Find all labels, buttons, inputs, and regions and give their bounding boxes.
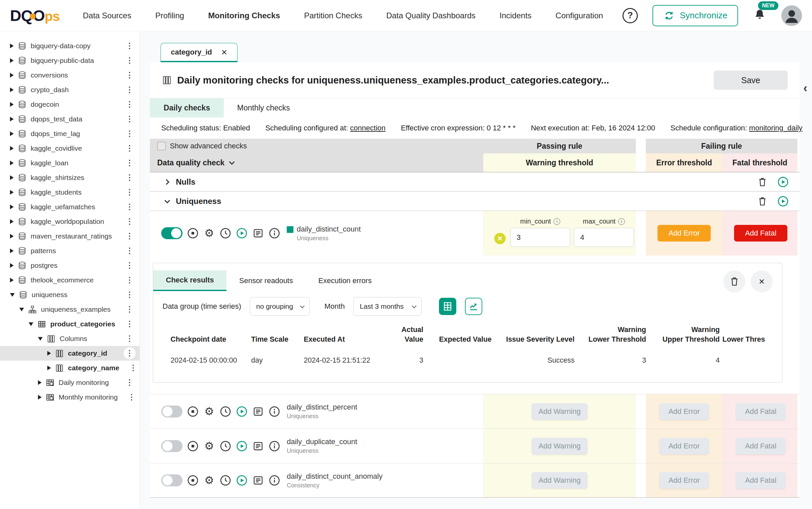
save-button[interactable]: Save — [714, 71, 788, 90]
add-error-button[interactable]: Add Error — [659, 438, 709, 454]
run-check-icon[interactable] — [236, 406, 248, 417]
add-fatal-button[interactable]: Add Fatal — [736, 438, 786, 454]
add-fatal-button[interactable]: Add Fatal — [736, 472, 786, 489]
caret-right-icon[interactable] — [47, 366, 51, 370]
chart-view-button[interactable] — [465, 298, 482, 315]
kebab-menu-icon[interactable] — [124, 69, 135, 81]
max-count-input[interactable] — [574, 228, 634, 247]
schedule-clock-icon[interactable] — [219, 474, 231, 486]
kebab-menu-icon[interactable] — [126, 391, 137, 403]
caret-right-icon[interactable] — [10, 73, 14, 77]
sidebar-item-kaggle-shirtsizes[interactable]: kaggle_shirtsizes — [0, 170, 139, 185]
kebab-menu-icon[interactable] — [124, 245, 135, 257]
kebab-menu-icon[interactable] — [124, 377, 135, 388]
caret-right-icon[interactable] — [10, 88, 14, 92]
caret-right-icon[interactable] — [10, 161, 14, 165]
check-name[interactable]: daily_distinct_count_anomaly — [287, 472, 382, 481]
add-fatal-button[interactable]: Add Fatal — [734, 225, 787, 241]
add-warning-button[interactable]: Add Warning — [532, 403, 588, 420]
add-error-button[interactable]: Add Error — [659, 403, 709, 420]
close-results-button[interactable]: × — [751, 270, 773, 293]
user-avatar[interactable] — [781, 5, 802, 26]
caret-right-icon[interactable] — [47, 351, 51, 355]
sidebar-item-daily-monitoring[interactable]: Daily monitoring — [0, 375, 139, 390]
check-enabled-toggle[interactable] — [161, 440, 183, 452]
sidebar-item-kaggle-worldpopulation[interactable]: kaggle_worldpopulation — [0, 214, 139, 229]
chevron-right-icon[interactable] — [164, 179, 169, 184]
sidebar-item-kaggle-uefamatches[interactable]: kaggle_uefamatches — [0, 200, 139, 214]
connection-link[interactable]: connection — [350, 124, 385, 132]
caret-right-icon[interactable] — [10, 102, 14, 107]
run-check-icon[interactable] — [236, 227, 248, 239]
caret-right-icon[interactable] — [10, 58, 14, 63]
nav-incidents[interactable]: Incidents — [500, 11, 532, 20]
caret-right-icon[interactable] — [10, 190, 14, 195]
sidebar-item-kaggle-covidlive[interactable]: kaggle_covidlive — [0, 141, 139, 156]
kebab-menu-icon[interactable] — [124, 230, 135, 242]
sidebar-item-columns[interactable]: Columns — [0, 331, 139, 346]
info-icon[interactable] — [269, 440, 280, 452]
delete-group-button[interactable] — [756, 175, 769, 189]
sidebar-item-dqops-test-data[interactable]: dqops_test_data — [0, 112, 139, 127]
caret-right-icon[interactable] — [10, 248, 14, 253]
help-icon[interactable]: ? — [623, 8, 638, 23]
sidebar-item-maven-restaurant-ratings[interactable]: maven_restaurant_ratings — [0, 229, 139, 243]
info-icon[interactable] — [269, 406, 280, 417]
sidebar-item-kaggle-loan[interactable]: kaggle_loan — [0, 156, 139, 170]
run-check-icon[interactable] — [236, 474, 248, 486]
show-advanced-checkbox[interactable] — [157, 142, 166, 150]
sidebar-item-category-name[interactable]: category_name — [0, 361, 139, 375]
data-group-select[interactable]: no grouping — [250, 297, 310, 316]
add-warning-button[interactable]: Add Warning — [532, 438, 588, 454]
settings-gear-icon[interactable]: ⚙ — [203, 474, 215, 486]
sidebar-item-category-id[interactable]: category_id — [0, 346, 139, 361]
sidebar-item-dqops-time-lag[interactable]: dqops_time_lag — [0, 127, 139, 141]
kebab-menu-icon[interactable] — [124, 201, 135, 213]
caret-right-icon[interactable] — [38, 395, 42, 400]
show-advanced-checks[interactable]: Show advanced checks — [157, 139, 247, 154]
caret-right-icon[interactable] — [38, 380, 42, 385]
add-fatal-button[interactable]: Add Fatal — [736, 403, 786, 420]
sidebar-item-crypto-dash[interactable]: crypto_dash — [0, 82, 139, 97]
kebab-menu-icon[interactable] — [124, 274, 135, 286]
kebab-menu-icon[interactable] — [124, 318, 135, 330]
disable-check-icon[interactable] — [187, 227, 199, 239]
caret-right-icon[interactable] — [10, 263, 14, 268]
kebab-menu-icon[interactable] — [124, 347, 135, 359]
kebab-menu-icon[interactable] — [124, 113, 135, 125]
kebab-menu-icon[interactable] — [124, 128, 135, 140]
kebab-menu-icon[interactable] — [124, 172, 135, 184]
kebab-menu-icon[interactable] — [124, 40, 135, 52]
disable-check-icon[interactable] — [187, 440, 199, 452]
kebab-menu-icon[interactable] — [124, 55, 135, 67]
group-row-nulls[interactable]: Nulls — [150, 172, 800, 191]
nav-profiling[interactable]: Profiling — [155, 11, 184, 20]
nav-data-quality-dashboards[interactable]: Data Quality Dashboards — [386, 11, 476, 20]
dqops-logo[interactable]: DQOps — [10, 6, 60, 25]
check-enabled-toggle[interactable] — [161, 474, 183, 486]
kebab-menu-icon[interactable] — [124, 84, 135, 96]
check-name[interactable]: daily_duplicate_count — [287, 438, 357, 446]
run-group-button[interactable] — [776, 175, 790, 189]
run-group-button[interactable] — [776, 195, 790, 208]
sidebar-item-uniqueness[interactable]: uniqueness — [0, 287, 139, 302]
caret-down-icon[interactable] — [10, 293, 14, 297]
sidebar-item-bigquery-public-data[interactable]: bigquery-public-data — [0, 53, 139, 68]
results-list-icon[interactable] — [252, 406, 264, 417]
results-list-icon[interactable] — [252, 474, 264, 486]
tab-check-results[interactable]: Check results — [153, 270, 226, 291]
collapse-panel-chevron[interactable]: ‹ — [803, 81, 807, 95]
group-row-uniqueness[interactable]: Uniqueness — [150, 191, 800, 211]
caret-right-icon[interactable] — [10, 43, 14, 48]
tab-sensor-readouts[interactable]: Sensor readouts — [226, 270, 305, 291]
check-enabled-toggle[interactable] — [161, 227, 183, 239]
kebab-menu-icon[interactable] — [124, 260, 135, 271]
delete-results-button[interactable] — [723, 270, 745, 293]
notifications-bell[interactable]: NEW — [753, 8, 767, 23]
check-enabled-toggle[interactable] — [161, 406, 183, 417]
month-select[interactable]: Last 3 months — [353, 297, 421, 316]
delete-group-button[interactable] — [756, 195, 769, 208]
kebab-menu-icon[interactable] — [124, 333, 135, 345]
caret-right-icon[interactable] — [10, 219, 14, 224]
caret-right-icon[interactable] — [10, 117, 14, 122]
